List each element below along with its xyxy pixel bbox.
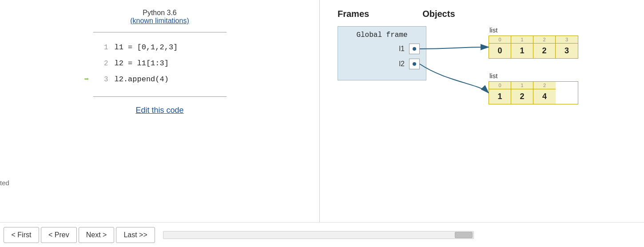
first-button[interactable]: < First [4,227,39,243]
list1-cell-1: 1 1 [511,36,533,58]
frames-title: Frames [338,9,369,19]
var-name-l2: l2 [399,60,405,68]
list2-value-1: 2 [511,89,533,104]
list1-value-2: 2 [533,44,555,58]
list2-value-0: 1 [489,89,511,104]
code-text-2: l2 = l1[1:3] [115,56,169,71]
list2-label: list [489,72,578,80]
list2-value-2: 4 [533,89,556,104]
code-divider [93,32,227,32]
main-container: Python 3.6 (known limitations) 1 l1 = [0… [0,0,644,222]
code-line-1: 1 l1 = [0,1,2,3] [84,40,235,56]
code-block: 1 l1 = [0,1,2,3] 2 l2 = l1[1:3] ➡ 3 l2.a… [84,40,235,88]
list2-index-2: 2 [533,82,556,89]
prev-button[interactable]: < Prev [41,227,77,243]
list1-index-2: 2 [533,36,555,44]
arrow-1 [84,40,93,56]
objects-area: list 0 0 1 1 2 2 [489,26,578,104]
list1-index-0: 0 [489,36,511,44]
list2-cell-2: 2 4 [533,82,556,104]
list2-cell-1: 1 2 [511,82,533,104]
left-panel: Python 3.6 (known limitations) 1 l1 = [0… [0,0,320,222]
code-divider-2 [93,96,227,97]
frame-title: Global frame [344,31,420,39]
pointer-dot-l2 [413,62,416,66]
pointer-l2 [409,59,420,69]
line-number-3: 3 [99,72,108,87]
python-version-text: Python 3.6 [143,9,177,16]
nav-buttons: < First < Prev Next > Last >> [0,227,159,243]
next-button[interactable]: Next > [79,227,115,243]
pointer-dot-l1 [413,47,416,51]
list1-value-1: 1 [511,44,533,58]
list1-cell-0: 0 0 [489,36,511,58]
code-line-3: ➡ 3 l2.append(4) [84,72,235,88]
pointer-l1 [409,44,420,54]
visualization-area: Global frame l1 l2 list [338,26,626,104]
list-object-1: list 0 0 1 1 2 2 [489,26,578,59]
code-line-2: 2 l2 = l1[1:3] [84,56,235,72]
list2-index-0: 0 [489,82,511,89]
truncated-label: ted [0,179,9,187]
list1-cell-2: 2 2 [533,36,556,58]
frame-row-l1: l1 [344,44,420,54]
known-limitations-link[interactable]: (known limitations) [130,17,189,24]
list1-label: list [489,26,578,34]
objects-title: Objects [422,9,455,19]
arrow-3: ➡ [84,72,93,88]
line-number-1: 1 [99,40,108,55]
global-frame: Global frame l1 l2 [338,26,426,80]
list1-value-0: 0 [489,44,511,58]
python-version: Python 3.6 (known limitations) [130,9,189,25]
bottom-bar: < First < Prev Next > Last >> [0,222,644,247]
list2-cells: 0 1 1 2 2 4 [489,81,578,104]
code-text-1: l1 = [0,1,2,3] [115,40,178,55]
var-name-l1: l1 [399,45,405,53]
arrow-2 [84,56,93,72]
list2-index-1: 1 [511,82,533,89]
right-panel: Frames Objects Global frame l1 l2 [320,0,644,222]
code-text-3: l2.append(4) [115,72,169,87]
right-header: Frames Objects [338,9,626,19]
list-object-2: list 0 1 1 2 2 4 [489,72,578,104]
line-number-2: 2 [99,56,108,71]
scrollbar-area[interactable] [163,231,474,239]
list1-index-3: 3 [556,36,578,44]
list1-value-3: 3 [556,44,578,58]
list1-cell-3: 3 3 [556,36,578,58]
edit-this-code-link[interactable]: Edit this code [135,106,183,115]
scrollbar-thumb[interactable] [455,232,473,238]
last-button[interactable]: Last >> [116,227,155,243]
list1-index-1: 1 [511,36,533,44]
list2-cell-0: 0 1 [489,82,511,104]
list1-cells: 0 0 1 1 2 2 3 3 [489,36,578,59]
frame-row-l2: l2 [344,59,420,69]
